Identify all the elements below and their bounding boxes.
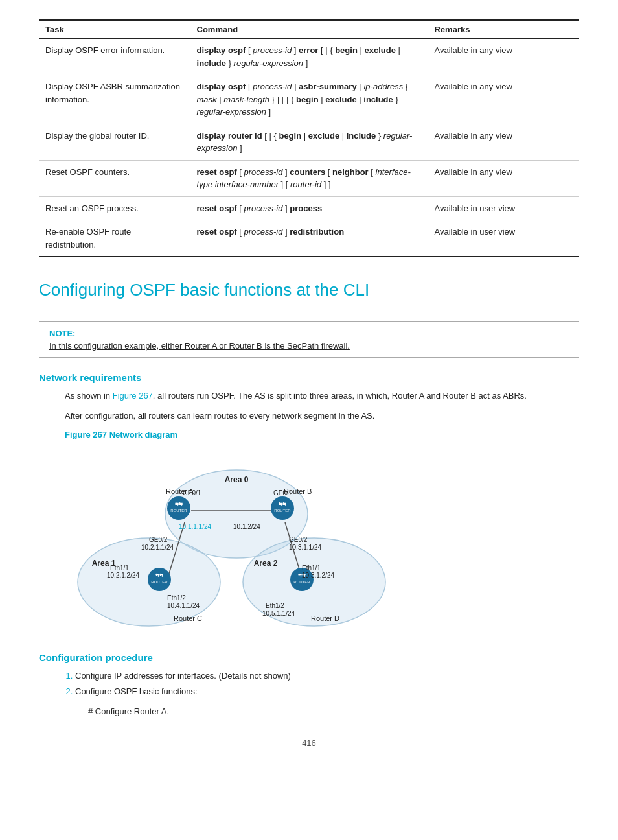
table-row: Re-enable OSPF route redistribution.rese…: [39, 220, 579, 257]
config-sub-note: # Configure Router A.: [39, 705, 579, 719]
table-row: Display OSPF error information.display o…: [39, 39, 579, 75]
router-d-label: Router D: [311, 614, 339, 622]
cell-task: Reset an OSPF process.: [39, 196, 190, 220]
cell-remarks: Available in user view: [428, 196, 579, 220]
svg-text:⇆⇆: ⇆⇆: [279, 502, 286, 506]
cell-task: Re-enable OSPF route redistribution.: [39, 220, 190, 257]
ra-ge02-addr: 10.2.1.1/24: [141, 544, 174, 551]
network-diagram: ⇆⇆ ROUTER ⇆⇆ ROUTER ⇆⇆ ROUTER ⇆⇆ ROUTER: [65, 446, 402, 634]
cell-remarks: Available in any view: [428, 75, 579, 124]
cell-remarks: Available in user view: [428, 220, 579, 257]
router-c-icon: ⇆⇆ ROUTER: [148, 568, 171, 591]
rb-ge01-label: GE0/1: [273, 489, 292, 496]
ra-ge01-label: GE0/1: [183, 489, 201, 496]
cell-task: Display the global router ID.: [39, 124, 190, 160]
cell-task: Display OSPF ASBR summarization informat…: [39, 75, 190, 124]
rc-eth12-addr: 10.4.1.1/24: [167, 602, 200, 609]
svg-text:⇆⇆: ⇆⇆: [155, 573, 163, 578]
rb-ge02-label: GE0/2: [289, 536, 308, 543]
section-title: Configuring OSPF basic functions at the …: [39, 280, 579, 300]
table-row: Display the global router ID.display rou…: [39, 124, 579, 160]
note-text: In this configuration example, either Ro…: [49, 341, 569, 351]
svg-text:ROUTER: ROUTER: [151, 580, 168, 584]
cell-remarks: Available in any view: [428, 160, 579, 196]
table-row: Reset an OSPF process.reset ospf [ proce…: [39, 196, 579, 220]
figure-caption: Figure 267 Network diagram: [39, 430, 579, 439]
note-label: NOTE:: [49, 329, 569, 338]
cell-command: reset ospf [ process-id ] redistribution: [190, 220, 428, 257]
cell-command: reset ospf [ process-id ] counters [ nei…: [190, 160, 428, 196]
config-step-1: Configure IP addresses for interfaces. (…: [75, 670, 579, 683]
config-steps-list: Configure IP addresses for interfaces. (…: [39, 670, 579, 699]
svg-text:ROUTER: ROUTER: [274, 509, 291, 513]
diagram-container: ⇆⇆ ROUTER ⇆⇆ ROUTER ⇆⇆ ROUTER ⇆⇆ ROUTER: [39, 446, 579, 634]
svg-point-6: [167, 496, 190, 520]
svg-text:⇆⇆: ⇆⇆: [175, 502, 183, 506]
network-requirements-heading: Network requirements: [39, 372, 579, 383]
para1-before: As shown in: [65, 391, 113, 401]
svg-text:ROUTER: ROUTER: [170, 509, 187, 513]
rd-eth12-addr: 10.5.1.1/24: [262, 610, 295, 617]
col-task: Task: [39, 20, 190, 39]
router-a-icon: ⇆⇆ ROUTER: [167, 496, 190, 520]
config-procedure-heading: Configuration procedure: [39, 652, 579, 663]
cell-command: display ospf [ process-id ] asbr-summary…: [190, 75, 428, 124]
figure-link[interactable]: Figure 267: [113, 391, 153, 401]
page-number: 416: [39, 738, 579, 748]
diagram-svg: ⇆⇆ ROUTER ⇆⇆ ROUTER ⇆⇆ ROUTER ⇆⇆ ROUTER: [65, 446, 402, 634]
rd-eth12-label: Eth1/2: [266, 602, 284, 609]
area0-label: Area 0: [225, 475, 249, 484]
config-step-2: Configure OSPF basic functions:: [75, 685, 579, 699]
area2-label: Area 2: [254, 559, 278, 568]
svg-point-9: [271, 496, 294, 520]
ra-ge02-label: GE0/2: [149, 536, 168, 543]
rb-ge01-addr: 10.1.2/24: [233, 523, 260, 530]
cell-task: Reset OSPF counters.: [39, 160, 190, 196]
rd-eth11-label: Eth1/1: [302, 565, 321, 572]
note-box: NOTE: In this configuration example, eit…: [39, 321, 579, 358]
rc-eth12-label: Eth1/2: [167, 594, 186, 601]
rd-eth11-addr: 10.3.1.2/24: [302, 572, 334, 579]
para1: As shown in Figure 267, all routers run …: [39, 390, 579, 403]
table-row: Reset OSPF counters.reset ospf [ process…: [39, 160, 579, 196]
para1-after: , all routers run OSPF. The AS is split …: [153, 391, 527, 401]
para2: After configuration, all routers can lea…: [39, 410, 579, 423]
command-table: Task Command Remarks Display OSPF error …: [39, 19, 579, 257]
rc-eth11-label: Eth1/1: [110, 565, 129, 572]
router-c-label: Router C: [174, 614, 202, 622]
ra-ge01-addr: 10.1.1.1/24: [179, 523, 211, 530]
svg-point-12: [148, 568, 171, 591]
cell-remarks: Available in any view: [428, 124, 579, 160]
rb-ge02-addr: 10.3.1.1/24: [289, 544, 321, 551]
cell-command: display router id [ | { begin | exclude …: [190, 124, 428, 160]
col-command: Command: [190, 20, 428, 39]
svg-text:ROUTER: ROUTER: [293, 580, 310, 584]
cell-task: Display OSPF error information.: [39, 39, 190, 75]
col-remarks: Remarks: [428, 20, 579, 39]
rc-eth11-addr: 10.2.1.2/24: [107, 572, 139, 579]
cell-remarks: Available in any view: [428, 39, 579, 75]
cell-command: display ospf [ process-id ] error [ | { …: [190, 39, 428, 75]
router-b-icon: ⇆⇆ ROUTER: [271, 496, 294, 520]
cell-command: reset ospf [ process-id ] process: [190, 196, 428, 220]
table-row: Display OSPF ASBR summarization informat…: [39, 75, 579, 124]
